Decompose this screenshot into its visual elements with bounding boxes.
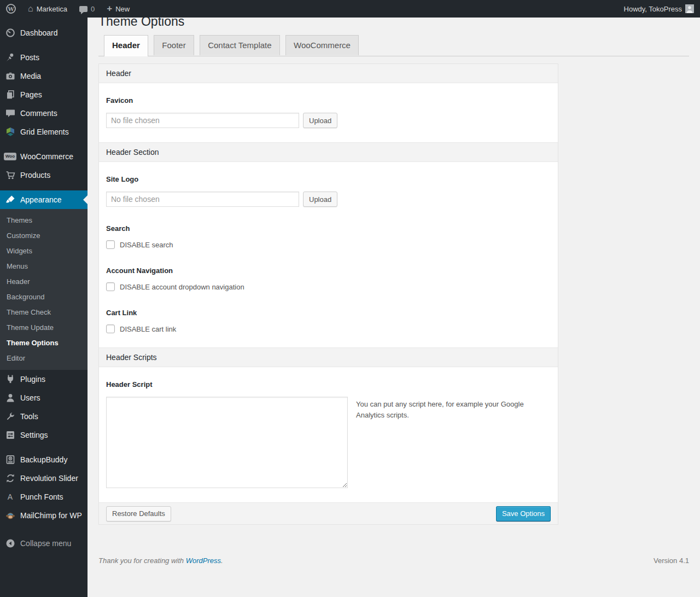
comment-count: 0 (91, 5, 95, 13)
menu-separator (0, 525, 88, 534)
comments-link[interactable]: 0 (73, 0, 101, 18)
section-header-section-title: Header Section (99, 142, 558, 162)
sidebar-subitem-theme-check[interactable]: Theme Check (0, 305, 88, 320)
sidebar-item-posts[interactable]: Posts (0, 48, 88, 67)
site-logo-label: Site Logo (106, 175, 551, 183)
disable-account-dropdown-option[interactable]: DISABLE account dropdown navigation (106, 282, 551, 291)
menu-separator (0, 444, 88, 450)
user-icon (0, 392, 20, 403)
sidebar-subitem-editor[interactable]: Editor (0, 351, 88, 366)
active-menu-arrow (83, 195, 88, 204)
site-logo-upload-button[interactable]: Upload (303, 192, 337, 207)
menu-separator (0, 141, 88, 147)
woocommerce-icon: Woo (4, 153, 16, 160)
section-header-title: Header (99, 64, 558, 83)
disable-search-checkbox[interactable] (106, 240, 115, 249)
favicon-file-input[interactable] (106, 113, 299, 128)
plus-icon: + (107, 4, 112, 13)
collapse-menu-button[interactable]: Collapse menu (0, 534, 88, 553)
menu-separator (0, 42, 88, 48)
sidebar-item-tools[interactable]: Tools (0, 407, 88, 426)
search-label: Search (106, 224, 551, 233)
sidebar-subitem-theme-update[interactable]: Theme Update (0, 320, 88, 335)
sidebar-subitem-customize[interactable]: Customize (0, 228, 88, 244)
header-script-label: Header Script (106, 380, 551, 389)
plugins-plug-icon (0, 374, 20, 385)
header-script-textarea[interactable] (106, 397, 348, 488)
posts-pin-icon (0, 52, 20, 63)
wordpress-menu-button[interactable]: W (0, 0, 22, 18)
header-script-help-text: You can put any script here, for example… (356, 397, 526, 421)
grid-elements-icon (0, 126, 20, 137)
cart-link-label: Cart Link (106, 309, 551, 317)
settings-sliders-icon (0, 430, 20, 440)
site-name-label: Marketica (37, 5, 67, 13)
panel-action-bar: Restore Defaults Save Options (99, 502, 558, 524)
sidebar-item-pages[interactable]: Pages (0, 85, 88, 104)
new-label: New (115, 5, 130, 13)
sidebar-subitem-widgets[interactable]: Widgets (0, 244, 88, 259)
sidebar-item-woocommerce[interactable]: Woo WooCommerce (0, 147, 88, 166)
wrench-icon (0, 411, 20, 422)
save-options-button[interactable]: Save Options (496, 506, 551, 521)
theme-options-panel: Header Favicon Upload Header Section Sit… (98, 63, 558, 525)
restore-defaults-button[interactable]: Restore Defaults (106, 506, 171, 521)
site-logo-file-input[interactable] (106, 192, 299, 207)
dashboard-icon (0, 27, 20, 38)
admin-footer: Thank you for creating with WordPress. V… (98, 557, 689, 565)
site-name-link[interactable]: ⌂ Marketica (22, 0, 73, 18)
disable-cart-link-checkbox[interactable] (106, 324, 115, 333)
section-header-scripts-title: Header Scripts (99, 347, 558, 367)
sidebar-item-mailchimp[interactable]: MailChimp for WP (0, 506, 88, 525)
footer-thanks-text: Thank you for creating with WordPress. (98, 557, 223, 565)
tab-contact-template[interactable]: Contact Template (200, 35, 279, 55)
avatar (685, 4, 694, 13)
appearance-brush-icon (0, 194, 20, 205)
tab-woocommerce[interactable]: WooCommerce (285, 35, 359, 55)
sidebar-subitem-header[interactable]: Header (0, 274, 88, 289)
tab-header[interactable]: Header (104, 35, 148, 56)
account-menu-link[interactable]: Howdy, TokoPress (618, 0, 700, 18)
sidebar-item-revolution-slider[interactable]: Revolution Slider (0, 469, 88, 488)
sidebar-item-appearance[interactable]: Appearance (0, 190, 88, 209)
howdy-label: Howdy, TokoPress (624, 5, 682, 13)
sidebar-subitem-theme-options[interactable]: Theme Options (0, 335, 88, 351)
disable-cart-link-option[interactable]: DISABLE cart link (106, 324, 551, 333)
main-content: Theme Options Header Footer Contact Temp… (88, 0, 700, 565)
pages-icon (0, 89, 20, 100)
favicon-label: Favicon (106, 96, 551, 105)
sidebar-item-media[interactable]: Media (0, 67, 88, 85)
sidebar-subitem-menus[interactable]: Menus (0, 259, 88, 274)
sidebar-item-products[interactable]: Products (0, 166, 88, 184)
new-content-link[interactable]: + New (101, 0, 136, 18)
tab-footer[interactable]: Footer (154, 35, 194, 55)
sidebar-item-punch-fonts[interactable]: A Punch Fonts (0, 488, 88, 506)
admin-sidebar: Dashboard Posts Media Pages Comments Gri… (0, 18, 88, 597)
sidebar-item-users[interactable]: Users (0, 389, 88, 407)
footer-version: Version 4.1 (654, 557, 689, 565)
section-header-body: Favicon Upload (99, 96, 558, 142)
section-header-scripts-body: Header Script You can put any script her… (99, 380, 558, 502)
sidebar-item-dashboard[interactable]: Dashboard (0, 24, 88, 42)
sidebar-item-backupbuddy[interactable]: BackupBuddy (0, 450, 88, 469)
comments-bubble-icon (0, 108, 20, 119)
favicon-upload-button[interactable]: Upload (303, 113, 337, 128)
disable-account-dropdown-checkbox[interactable] (106, 282, 115, 291)
collapse-arrow-icon (0, 538, 20, 549)
wordpress-logo-icon: W (6, 4, 16, 14)
home-icon: ⌂ (28, 4, 33, 13)
sidebar-subitem-themes[interactable]: Themes (0, 213, 88, 228)
menu-separator (0, 184, 88, 190)
disable-search-option[interactable]: DISABLE search (106, 240, 551, 249)
sidebar-item-comments[interactable]: Comments (0, 104, 88, 123)
sidebar-subitem-background[interactable]: Background (0, 289, 88, 305)
media-camera-icon (0, 71, 20, 82)
backup-drive-icon (0, 454, 20, 465)
wordpress-link[interactable]: WordPress (186, 557, 221, 565)
admin-bar: W ⌂ Marketica 0 + New Howdy, TokoPress (0, 0, 700, 18)
refresh-arrows-icon (0, 473, 20, 484)
sidebar-item-grid-elements[interactable]: Grid Elements (0, 123, 88, 141)
sidebar-item-settings[interactable]: Settings (0, 426, 88, 444)
sidebar-item-plugins[interactable]: Plugins (0, 370, 88, 389)
letter-a-icon: A (8, 493, 13, 501)
